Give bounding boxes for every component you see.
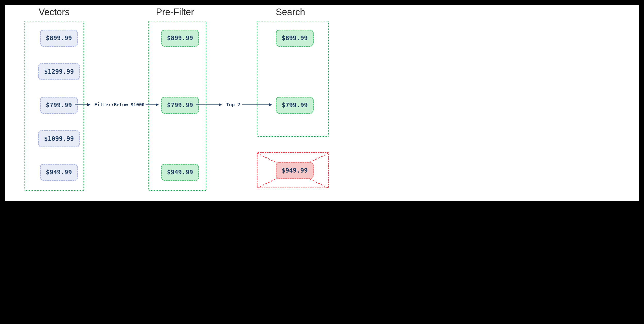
filter-arrow-label: Filter:Below $1000 — [93, 102, 146, 107]
vector-item: $1299.99 — [38, 63, 80, 80]
top-arrow-label: Top 2 — [225, 102, 242, 107]
vector-item: $899.99 — [40, 30, 78, 47]
arrow-icon — [146, 104, 158, 105]
vector-item: $1099.99 — [38, 130, 80, 147]
search-column-title: Search — [276, 7, 305, 18]
vector-item: $799.99 — [40, 97, 78, 114]
prefilter-item: $799.99 — [161, 97, 199, 114]
arrow-icon — [242, 104, 272, 105]
diagram-canvas: Vectors Pre-Filter Search $899.99 $1299.… — [5, 5, 639, 201]
search-rejected-item: $949.99 — [276, 162, 314, 179]
search-accepted-item: $899.99 — [276, 30, 314, 47]
prefilter-item: $949.99 — [161, 164, 199, 181]
arrow-icon — [75, 104, 90, 105]
vector-item: $949.99 — [40, 164, 78, 181]
prefilter-item: $899.99 — [161, 30, 199, 47]
search-accepted-item: $799.99 — [276, 97, 314, 114]
prefilter-column-title: Pre-Filter — [156, 7, 194, 18]
vectors-column-title: Vectors — [39, 7, 70, 18]
arrow-icon — [196, 104, 222, 105]
